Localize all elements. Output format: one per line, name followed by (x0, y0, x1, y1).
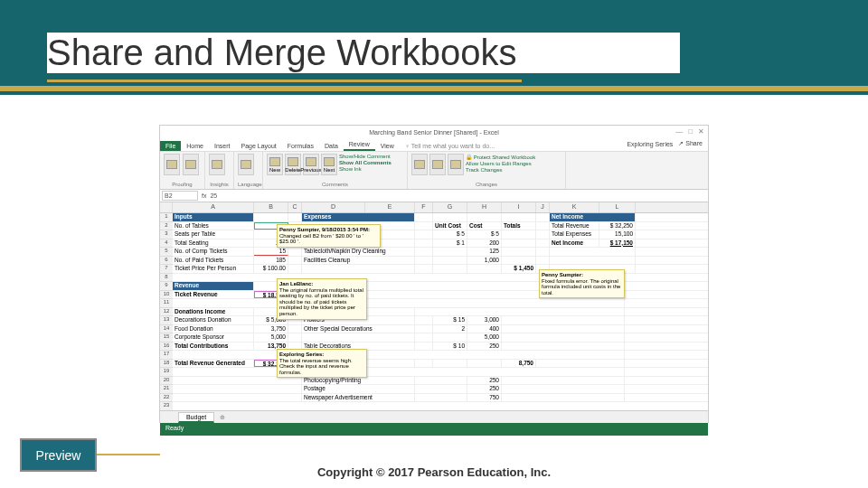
formula-bar[interactable]: B2 fx 25 (160, 190, 708, 202)
spelling-button[interactable] (164, 154, 180, 175)
tab-review[interactable]: Review (344, 139, 375, 151)
copyright: Copyright © 2017 Pearson Education, Inc. (0, 465, 868, 479)
ribbon-group-proofing: Proofing (160, 152, 205, 189)
sheet-tabs[interactable]: Budget ⊕ (160, 410, 708, 423)
row-headers[interactable]: 123456789101112131415161718192021222324 (160, 213, 173, 410)
account-area: Exploring Series ↗ Share (627, 140, 703, 147)
tab-formulas[interactable]: Formulas (282, 141, 319, 151)
excel-window: Marching Band Senior Dinner [Shared] - E… (159, 125, 709, 423)
changes-options[interactable]: 🔒 Protect Shared Workbook Allow Users to… (466, 154, 535, 175)
slide-title: Share and Merge Workbooks (47, 33, 680, 73)
tab-page-layout[interactable]: Page Layout (235, 141, 281, 151)
share-workbook-button[interactable] (448, 154, 464, 175)
ribbon-group-comments: New Delete Previous Next Show/Hide Comme… (263, 152, 408, 189)
formula-value[interactable]: 25 (210, 192, 217, 199)
tell-me[interactable]: ♀ Tell me what you want to do... (400, 141, 500, 151)
column-headers[interactable]: ABCDEFGHIJKL (160, 202, 708, 213)
comment-3[interactable]: Exploring Series:The total revenue seems… (277, 349, 367, 378)
signin-name[interactable]: Exploring Series (627, 141, 673, 147)
protect-sheet-button[interactable] (411, 154, 428, 175)
thesaurus-button[interactable] (183, 154, 199, 175)
ribbon-tabs: File Home Insert Page Layout Formulas Da… (160, 139, 708, 152)
add-sheet-icon[interactable]: ⊕ (220, 414, 225, 421)
share-button[interactable]: ↗ Share (678, 140, 703, 147)
smart-lookup-button[interactable] (209, 154, 225, 175)
tab-insert[interactable]: Insert (209, 141, 236, 151)
ribbon: Proofing Insights Language New Delete Pr… (160, 152, 708, 190)
title-underline (47, 80, 522, 82)
ribbon-group-changes: 🔒 Protect Shared Workbook Allow Users to… (408, 152, 566, 189)
translate-button[interactable] (238, 154, 254, 175)
delete-comment-button[interactable]: Delete (285, 154, 301, 175)
new-comment-button[interactable]: New (267, 154, 283, 175)
window-titlebar: Marching Band Senior Dinner [Shared] - E… (160, 126, 708, 139)
header-underline (0, 86, 868, 91)
ribbon-group-language: Language (234, 152, 263, 189)
maximize-icon[interactable]: □ (688, 127, 693, 136)
window-controls[interactable]: —□✕ (675, 127, 704, 136)
comment-4[interactable]: Penny Sumpter:Fixed formula error. The o… (539, 269, 625, 298)
preview-connector (97, 454, 160, 455)
comment-1[interactable]: Penny Sumpter, 9/18/2015 3:54 PM:Changed… (277, 224, 381, 248)
fx-icon[interactable]: fx (202, 192, 206, 199)
window-title: Marching Band Senior Dinner [Shared] - E… (369, 129, 499, 136)
comment-2[interactable]: Jan LeBlanc:The original formula multipl… (277, 278, 367, 320)
comment-options[interactable]: Show/Hide Comment Show All Comments Show… (339, 154, 392, 175)
close-icon[interactable]: ✕ (698, 127, 704, 136)
tab-file[interactable]: File (160, 141, 181, 151)
tab-home[interactable]: Home (181, 141, 209, 151)
status-bar: Ready (160, 423, 708, 436)
prev-comment-button[interactable]: Previous (303, 154, 319, 175)
cells-area[interactable]: InputsExpensesNet Income No. of Tables25… (173, 213, 708, 410)
worksheet-grid[interactable]: ABCDEFGHIJKL 123456789101112131415161718… (160, 202, 708, 410)
sheet-tab-budget[interactable]: Budget (178, 412, 214, 423)
minimize-icon[interactable]: — (675, 127, 683, 136)
next-comment-button[interactable]: Next (321, 154, 337, 175)
tab-data[interactable]: Data (319, 141, 344, 151)
protect-workbook-button[interactable] (429, 154, 446, 175)
slide-header: Share and Merge Workbooks (0, 0, 868, 95)
ribbon-group-insights: Insights (205, 152, 234, 189)
tab-view[interactable]: View (375, 141, 400, 151)
name-box[interactable]: B2 (162, 191, 198, 201)
